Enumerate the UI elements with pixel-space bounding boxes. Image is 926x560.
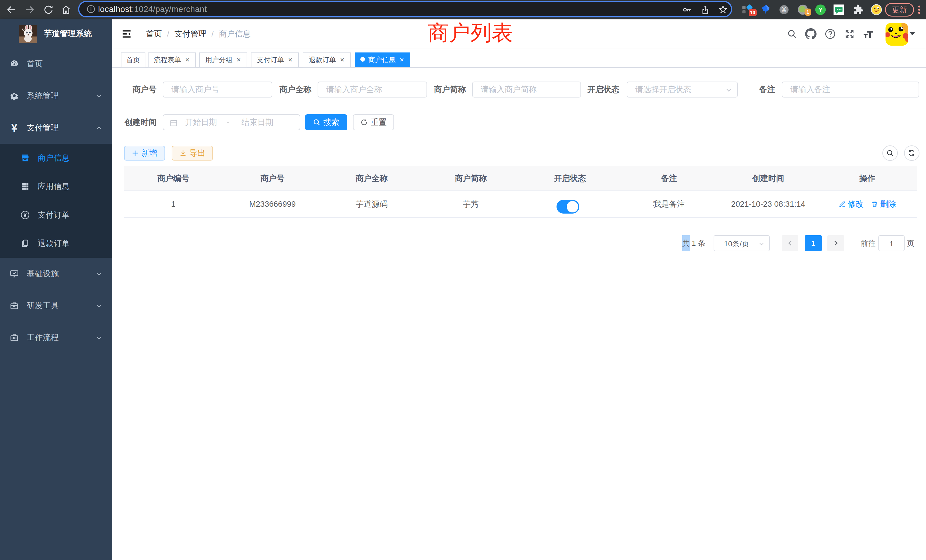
svg-text:⌘: ⌘ xyxy=(781,6,787,14)
svg-text:Y: Y xyxy=(818,6,823,14)
